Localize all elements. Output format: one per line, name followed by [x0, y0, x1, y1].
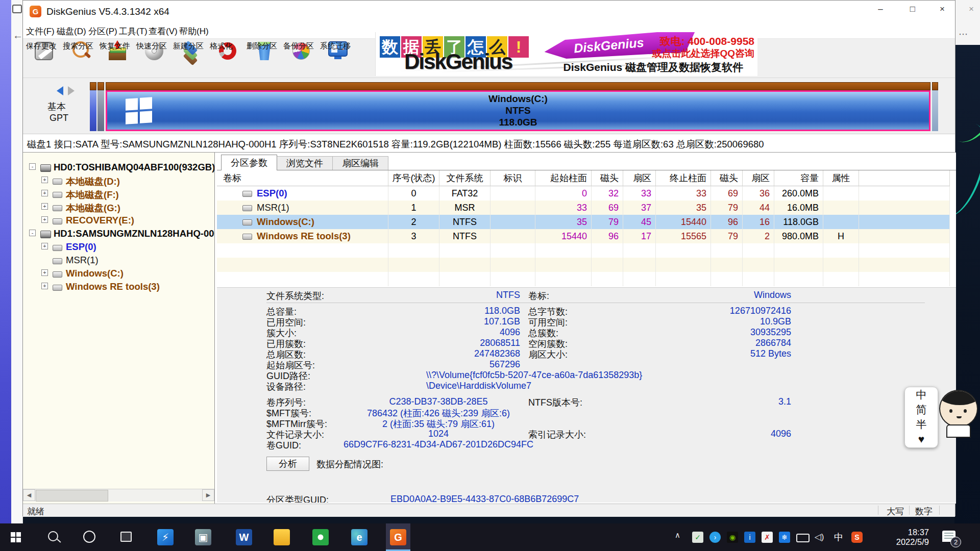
expand-icon[interactable]: + — [41, 203, 48, 210]
cortana-button[interactable] — [77, 523, 101, 551]
tray-chevron-icon[interactable]: ∧ — [675, 531, 680, 540]
table-row-msr[interactable]: MSR(1) 1 MSR 33 69 37 35 79 44 16.0MB — [217, 201, 950, 215]
horizontal-scrollbar[interactable]: ◀ ▶ — [23, 489, 214, 502]
sogou-icon[interactable]: S — [851, 532, 863, 543]
nvidia-icon[interactable]: ◉ — [727, 532, 738, 543]
banner-qq-link[interactable]: 或点击此处选择QQ咨询 — [652, 47, 754, 60]
partition-block-re-tools[interactable] — [932, 82, 938, 131]
background-close-icon[interactable]: × — [969, 4, 974, 14]
format-button[interactable]: 格式化 — [210, 40, 246, 78]
taskbar-browser-green[interactable] — [308, 523, 333, 551]
scroll-left-icon[interactable]: ◀ — [23, 489, 35, 501]
background-more-icon[interactable]: ⋯ — [959, 29, 968, 40]
taskbar-diskgenius-active[interactable]: G — [386, 523, 410, 551]
tree-item-windows-c[interactable]: + Windows(C:) — [23, 267, 214, 280]
tree-item-esp[interactable]: + ESP(0) — [23, 240, 214, 254]
tree-item-local-f[interactable]: + 本地磁盘(F:) — [23, 187, 214, 201]
taskbar-app-1[interactable]: ⚡ — [153, 523, 178, 551]
menu-view[interactable]: 查看(V) — [145, 24, 181, 38]
tree-item-local-g[interactable]: + 本地磁盘(G:) — [23, 201, 214, 214]
partition-block-msr[interactable] — [97, 82, 104, 131]
ime-indicator[interactable]: 中 — [833, 532, 844, 543]
partition-block-esp[interactable] — [90, 82, 96, 131]
table-row-esp[interactable]: ESP(0) 0 FAT32 0 32 33 33 69 36 260.0MB — [217, 186, 950, 201]
ime-simplified[interactable]: 简 — [905, 402, 938, 417]
green-browser-icon — [312, 529, 329, 545]
back-arrow-icon[interactable]: ← — [13, 30, 23, 41]
partition-icon — [242, 234, 252, 240]
tray-check-icon[interactable]: ✓ — [692, 532, 703, 543]
tree-item-local-d[interactable]: + 本地磁盘(D:) — [23, 174, 214, 187]
system-migration-button[interactable]: 系统迁移 — [320, 40, 356, 78]
expand-icon[interactable]: + — [41, 177, 48, 183]
table-row-windows-c-selected[interactable]: Windows(C:) 2 NTFS 35 79 45 15440 96 16 … — [217, 215, 950, 229]
word-icon: W — [236, 529, 252, 545]
partition-block-windows-c[interactable]: Windows(C:) NTFS 118.0GB — [106, 82, 930, 131]
disk-info-bar: 磁盘1 接口:SATA 型号:SAMSUNGMZNLN128HAHQ-000H1… — [23, 134, 955, 153]
security-shield-icon[interactable]: ✗ — [762, 532, 773, 543]
ime-lang[interactable]: 中 — [905, 387, 938, 402]
tree-item-hd1[interactable]: - HD1:SAMSUNGMZNLN128HAHQ-000 — [23, 227, 214, 240]
ime-status-panel[interactable]: 中 简 半 ♥ — [904, 387, 938, 448]
selected-partition-size: 118.0GB — [107, 117, 929, 128]
allocation-map-label: 数据分配情况图: — [316, 458, 383, 470]
tab-sector-edit[interactable]: 扇区编辑 — [332, 156, 388, 170]
tree-item-label: HD1:SAMSUNGMZNLN128HAHQ-000 — [54, 228, 215, 239]
ime-heart-icon[interactable]: ♥ — [905, 432, 938, 446]
battery-icon[interactable] — [796, 534, 810, 542]
ad-banner[interactable]: 数 据 丢 了 怎 么 ! DiskGenius DiskGenius 致电: … — [375, 32, 757, 76]
title-bar[interactable]: G DiskGenius V5.4.3.1342 x64 – □ × — [23, 1, 955, 23]
menu-disk[interactable]: 磁盘(D) — [54, 24, 89, 38]
taskbar-search-button[interactable] — [41, 523, 65, 551]
search-partition-button[interactable]: 搜索分区 — [63, 40, 99, 78]
taskbar-word[interactable]: W — [232, 523, 256, 551]
tree-item-re-tools[interactable]: + Windows RE tools(3) — [23, 280, 214, 293]
table-row-re-tools[interactable]: Windows RE tools(3) 3 NTFS 15440 96 17 1… — [217, 229, 950, 243]
expand-icon[interactable]: + — [41, 243, 48, 249]
nav-left-icon[interactable] — [57, 86, 63, 95]
backup-partition-button[interactable]: 备份分区 — [283, 40, 319, 78]
partition-icon — [53, 245, 62, 251]
collapse-icon[interactable]: - — [29, 230, 36, 236]
disk-tree-panel: - HD0:TOSHIBAMQ04ABF100(932GB) + 本地磁盘(D:… — [23, 153, 215, 504]
task-view-button[interactable] — [113, 523, 138, 551]
expand-icon[interactable]: + — [41, 269, 48, 276]
tree-item-msr[interactable]: MSR(1) — [23, 254, 214, 267]
window-title: DiskGenius V5.4.3.1342 x64 — [46, 6, 169, 17]
menu-partition[interactable]: 分区(P) — [85, 24, 120, 38]
new-partition-button[interactable]: 新建分区 — [173, 40, 209, 78]
maximize-button[interactable]: □ — [900, 1, 925, 19]
scrollbar-thumb[interactable] — [36, 490, 108, 502]
taskbar-explorer[interactable] — [270, 523, 294, 551]
taskbar-app-2[interactable]: ▣ — [191, 523, 215, 551]
scroll-right-icon[interactable]: ▶ — [202, 489, 214, 501]
recover-files-button[interactable]: 恢复文件 — [100, 40, 135, 78]
tab-partition-params[interactable]: 分区参数 — [221, 155, 277, 170]
expand-icon[interactable]: + — [41, 283, 48, 289]
expand-icon[interactable]: + — [41, 190, 48, 196]
tab-browse-files[interactable]: 浏览文件 — [277, 156, 333, 170]
analyze-button[interactable]: 分析 — [266, 457, 309, 471]
tree-item-recovery-e[interactable]: + RECOVERY(E:) — [23, 214, 214, 227]
menu-file[interactable]: 文件(F) — [23, 24, 58, 38]
delete-partition-button[interactable]: 删除分区 — [247, 40, 282, 78]
tree-item-hd0[interactable]: - HD0:TOSHIBAMQ04ABF100(932GB) — [23, 161, 214, 174]
start-button[interactable] — [3, 523, 28, 551]
menu-help[interactable]: 帮助(H) — [176, 24, 212, 38]
nav-right-icon[interactable] — [68, 86, 75, 95]
close-button[interactable]: × — [929, 1, 955, 19]
intel-graphics-icon[interactable]: i — [744, 532, 755, 543]
wallpaper-swoosh — [954, 117, 980, 223]
quick-partition-button[interactable]: 快速分区 — [136, 40, 172, 78]
collapse-icon[interactable]: - — [29, 163, 36, 170]
minimize-button[interactable]: – — [868, 1, 893, 19]
save-changes-button[interactable]: 保存更改 — [26, 40, 62, 78]
expand-icon[interactable]: + — [41, 216, 48, 223]
taskbar-clock[interactable]: 18:37 2022/5/9 — [883, 528, 929, 547]
ime-halfwidth[interactable]: 半 — [905, 417, 938, 432]
speaker-icon[interactable]: ◁) — [814, 532, 825, 543]
taskbar-edge[interactable]: e — [347, 523, 372, 551]
snowflake-icon[interactable]: ❄ — [779, 532, 790, 543]
tray-bird-icon[interactable]: › — [709, 532, 721, 543]
pinned-app-icon: ▣ — [195, 529, 211, 545]
